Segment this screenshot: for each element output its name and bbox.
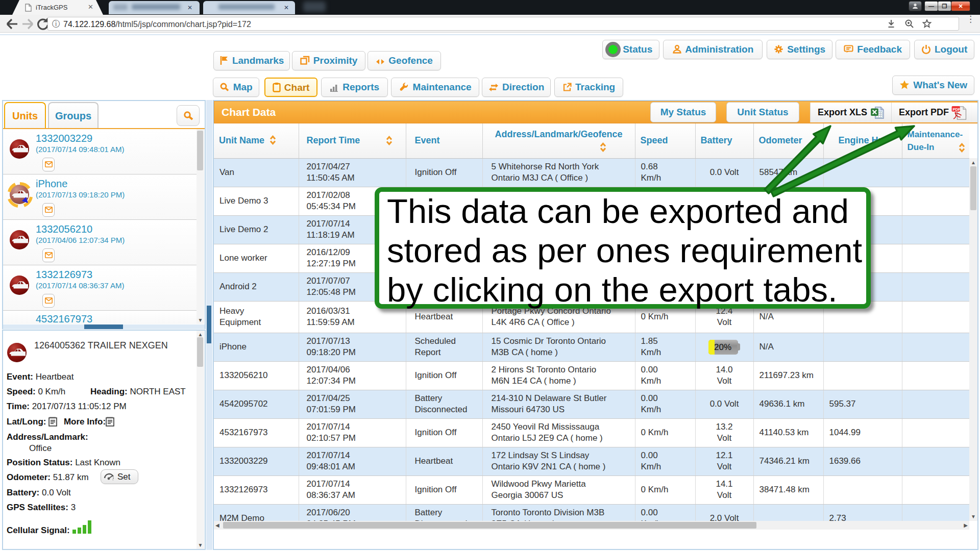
svg-text:PDF: PDF (952, 107, 961, 112)
